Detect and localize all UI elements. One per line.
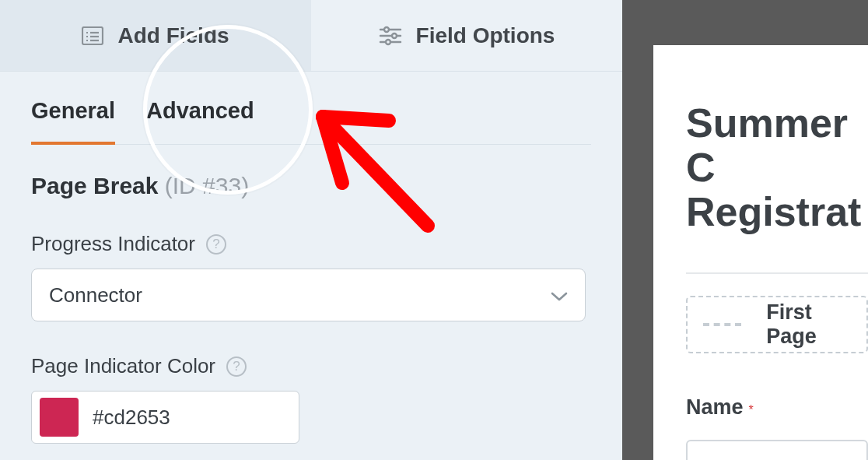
sub-tab-general-label: General xyxy=(31,98,115,123)
section-title-text: Page Break xyxy=(31,173,158,198)
sub-tabs: General Advanced xyxy=(31,72,591,145)
sliders-icon xyxy=(379,26,402,46)
dash-icon xyxy=(703,323,741,326)
preview-card: Summer C Registrat First Page Name* xyxy=(653,45,868,460)
list-icon xyxy=(82,26,103,45)
tab-field-options[interactable]: Field Options xyxy=(311,0,622,71)
page-indicator-color-input[interactable]: #cd2653 xyxy=(31,391,299,444)
required-mark: * xyxy=(749,403,754,416)
progress-indicator-value: Connector xyxy=(49,283,142,307)
progress-indicator-label: Progress Indicator xyxy=(31,232,195,256)
help-icon[interactable]: ? xyxy=(206,234,226,255)
divider xyxy=(686,272,868,274)
tab-add-fields[interactable]: Add Fields xyxy=(0,0,311,71)
sub-tab-general[interactable]: General xyxy=(31,72,115,144)
svg-point-8 xyxy=(384,27,389,32)
color-swatch[interactable] xyxy=(40,398,79,437)
svg-point-12 xyxy=(386,40,390,44)
chevron-down-icon xyxy=(551,283,568,307)
form-title-line1: Summer C xyxy=(686,100,848,190)
section-id: (ID #33) xyxy=(165,173,249,198)
top-tabs: Add Fields Field Options xyxy=(0,0,622,72)
form-title: Summer C Registrat xyxy=(686,101,868,235)
page-indicator-color-label: Page Indicator Color xyxy=(31,354,215,378)
section-title: Page Break (ID #33) xyxy=(31,173,591,199)
name-input[interactable] xyxy=(686,440,868,460)
page-separator[interactable]: First Page xyxy=(686,296,868,353)
sub-tab-advanced-label: Advanced xyxy=(146,98,254,123)
tab-field-options-label: Field Options xyxy=(416,23,555,48)
color-value: #cd2653 xyxy=(93,406,170,430)
form-title-line2: Registrat xyxy=(686,189,861,234)
preview-area: Summer C Registrat First Page Name* xyxy=(653,0,868,460)
sidebar-panel: Add Fields Field Options xyxy=(0,0,622,460)
page-separator-label: First Page xyxy=(766,300,866,349)
help-icon[interactable]: ? xyxy=(226,356,247,377)
tab-add-fields-label: Add Fields xyxy=(117,23,229,48)
sub-tab-advanced[interactable]: Advanced xyxy=(146,72,254,144)
preview-gutter xyxy=(622,0,653,460)
name-field-label: Name xyxy=(686,395,744,419)
svg-point-10 xyxy=(392,33,397,38)
progress-indicator-select[interactable]: Connector xyxy=(31,269,586,321)
